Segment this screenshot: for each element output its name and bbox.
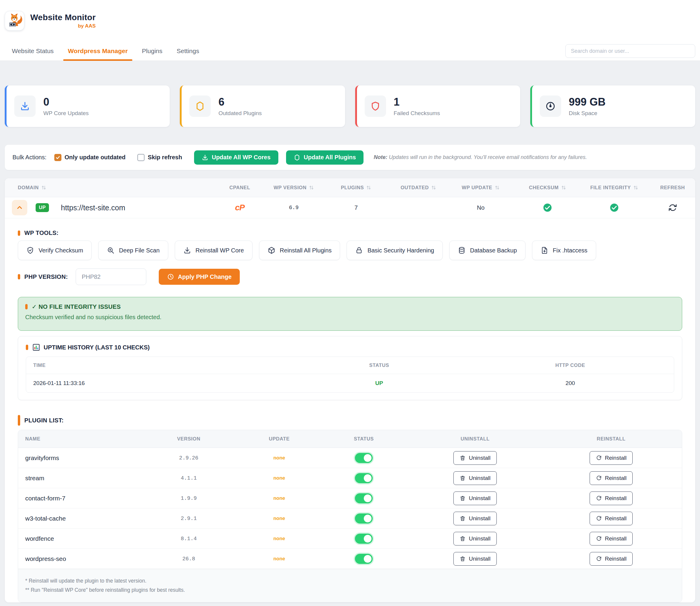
search-input[interactable]: [565, 44, 695, 58]
database-icon: [458, 247, 466, 254]
plugin-column-version: VERSION: [137, 436, 241, 442]
uninstall-button[interactable]: Uninstall: [453, 491, 497, 505]
column-wp-update[interactable]: WP UPDATE: [445, 185, 516, 190]
tab-wordpress-manager[interactable]: Wordpress Manager: [68, 42, 128, 61]
refresh-site-button[interactable]: [668, 203, 677, 212]
sort-icon[interactable]: [495, 185, 500, 190]
hexagon-icon: [189, 95, 211, 117]
column-outdated[interactable]: OUTDATED: [392, 185, 445, 190]
checkbox-checked-icon[interactable]: [54, 154, 62, 161]
plugin-name: stream: [18, 474, 137, 482]
plugin-status-toggle[interactable]: [355, 554, 373, 564]
column-domain[interactable]: DOMAIN: [5, 185, 212, 190]
gauge-icon: [540, 95, 561, 117]
uninstall-button[interactable]: Uninstall: [453, 451, 497, 465]
package-icon: [268, 247, 275, 254]
bulk-note: Note: Updates will run in the background…: [374, 154, 587, 161]
active-tab-underline: [63, 59, 133, 61]
reinstall-button[interactable]: Reinstall: [590, 471, 633, 485]
plugin-status-toggle[interactable]: [355, 513, 373, 523]
sort-icon[interactable]: [309, 185, 314, 190]
uninstall-button[interactable]: Uninstall: [453, 532, 497, 545]
column-file-integrity[interactable]: FILE INTEGRITY: [579, 185, 650, 190]
reinstall-button[interactable]: Reinstall: [590, 491, 633, 505]
sites-panel: DOMAIN CPANEL WP VERSION PLUGINS OUTDATE…: [5, 178, 695, 602]
plugin-name: wordfence: [18, 535, 137, 542]
plugin-update: none: [241, 475, 318, 481]
update-all-wp-cores-button[interactable]: Update All WP Cores: [194, 150, 278, 165]
column-refresh: REFRESH: [650, 185, 695, 190]
checkbox-unchecked-icon[interactable]: [137, 154, 144, 161]
uninstall-button[interactable]: Uninstall: [453, 471, 497, 485]
fix-htaccess-button[interactable]: Fix .htaccess: [532, 240, 596, 260]
reinstall-button[interactable]: Reinstall: [590, 552, 633, 566]
sort-icon[interactable]: [633, 185, 638, 190]
plugin-status-toggle[interactable]: [355, 473, 373, 483]
stat-value: 6: [219, 96, 262, 108]
footnote: ** Run "Reinstall WP Core" before reinst…: [25, 585, 675, 595]
reinstall-all-plugins-button[interactable]: Reinstall All Plugins: [259, 240, 340, 260]
uninstall-button[interactable]: Uninstall: [453, 552, 497, 566]
rotate-cw-icon: [596, 495, 602, 501]
chevron-up-icon: [16, 204, 23, 211]
column-wp-version[interactable]: WP VERSION: [267, 185, 320, 190]
verify-checksum-button[interactable]: Verify Checksum: [18, 240, 92, 260]
tab-settings[interactable]: Settings: [177, 42, 199, 61]
plugin-status-toggle[interactable]: [355, 453, 373, 463]
plugin-status-toggle[interactable]: [355, 534, 373, 544]
only-update-outdated-checkbox[interactable]: Only update outdated: [54, 154, 126, 161]
download-icon: [202, 154, 208, 161]
tab-plugins[interactable]: Plugins: [142, 42, 162, 61]
uptime-time: 2026-01-11 11:33:16: [26, 380, 292, 387]
trash-icon: [460, 455, 466, 461]
uninstall-button[interactable]: Uninstall: [453, 512, 497, 525]
sort-icon[interactable]: [431, 185, 436, 190]
sort-icon[interactable]: [561, 185, 566, 190]
collapse-row-button[interactable]: [12, 200, 27, 215]
apply-php-change-button[interactable]: Apply PHP Change: [159, 269, 240, 285]
sort-icon[interactable]: [41, 185, 46, 190]
refresh-icon: [668, 203, 677, 212]
orange-bar: [18, 231, 20, 236]
trash-icon: [460, 515, 466, 521]
basic-security-hardening-button[interactable]: Basic Security Hardening: [346, 240, 443, 260]
deep-file-scan-button[interactable]: Deep File Scan: [98, 240, 168, 260]
skip-refresh-checkbox[interactable]: Skip refresh: [137, 154, 182, 161]
plugin-update: none: [241, 536, 318, 541]
reinstall-button[interactable]: Reinstall: [590, 451, 633, 465]
plugin-table: NAME VERSION UPDATE STATUS UNINSTALL REI…: [18, 430, 682, 602]
bulk-actions-label: Bulk Actions:: [13, 154, 47, 161]
cpanel-icon[interactable]: cP: [235, 203, 245, 212]
stat-value: 1: [394, 96, 440, 108]
file-integrity-passed-icon: [610, 203, 619, 212]
site-domain: https://test-site.com: [61, 204, 125, 212]
banner-title: ✓ NO FILE INTEGRITY ISSUES: [25, 303, 675, 310]
plugin-row: wordfence 8.1.4 none Uninstall Reinstall: [18, 529, 682, 549]
stat-card-outdated-plugins: 6 Outdated Plugins: [180, 86, 345, 127]
column-plugins[interactable]: PLUGINS: [320, 185, 392, 190]
banner-message: Checksum verified and no suspicious file…: [25, 314, 675, 321]
uptime-table: TIME STATUS HTTP CODE 2026-01-11 11:33:1…: [26, 356, 674, 393]
database-backup-button[interactable]: Database Backup: [449, 240, 525, 260]
reinstall-button[interactable]: Reinstall: [590, 532, 633, 545]
php-version-row: PHP VERSION: Apply PHP Change: [18, 269, 682, 285]
column-cpanel: CPANEL: [212, 185, 267, 190]
wp-update-value: No: [445, 204, 516, 211]
plugin-version: 4.1.1: [137, 475, 241, 481]
plugin-table-footnotes: * Reinstall will update the plugin to th…: [18, 569, 682, 602]
download-icon: [14, 95, 36, 117]
update-all-plugins-button[interactable]: Update All Plugins: [286, 150, 364, 165]
tab-website-status[interactable]: Website Status: [12, 42, 54, 61]
orange-bar: [18, 415, 20, 426]
stat-card-disk-space: 999 GB Disk Space: [530, 86, 695, 127]
reinstall-button[interactable]: Reinstall: [590, 512, 633, 525]
byline: by AAS: [30, 23, 95, 29]
plugin-status-toggle[interactable]: [355, 493, 373, 504]
download-icon: [183, 247, 191, 254]
reinstall-wp-core-button[interactable]: Reinstall WP Core: [175, 240, 252, 260]
column-checksum[interactable]: CHECKSUM: [516, 185, 579, 190]
php-version-label: PHP VERSION:: [18, 274, 68, 280]
sort-icon[interactable]: [366, 185, 371, 190]
trash-icon: [460, 536, 466, 542]
php-version-input[interactable]: [76, 269, 146, 285]
